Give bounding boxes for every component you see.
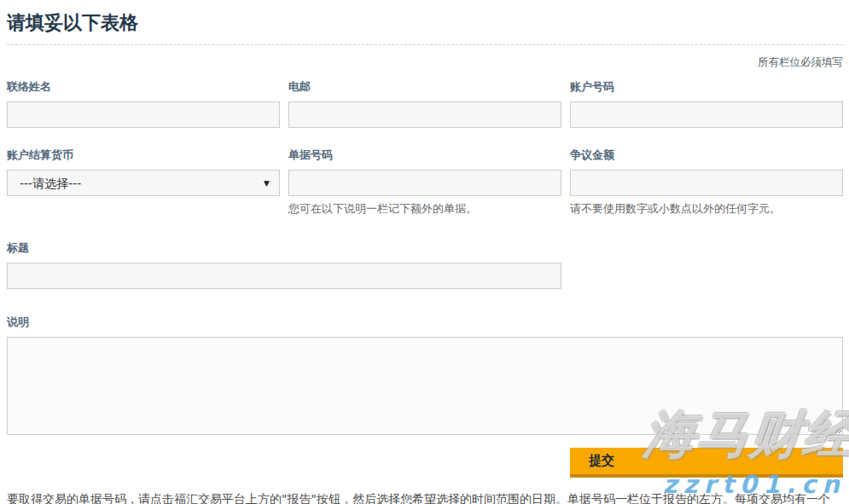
contact-name-field: 联络姓名 bbox=[7, 79, 280, 128]
dispute-amount-help: 请不要使用数字或小数点以外的任何字元。 bbox=[570, 202, 843, 217]
submit-button[interactable]: 提交 bbox=[570, 448, 843, 478]
account-currency-label: 账户结算货币 bbox=[7, 148, 280, 163]
form-row-3: 标题 bbox=[7, 240, 843, 289]
submit-row: 提交 bbox=[7, 448, 843, 478]
description-textarea[interactable] bbox=[7, 337, 843, 435]
ticket-number-help: 您可在以下说明一栏记下额外的单据。 bbox=[288, 202, 561, 217]
dispute-amount-input[interactable] bbox=[570, 170, 843, 196]
account-number-label: 账户号码 bbox=[570, 79, 843, 95]
subject-input[interactable] bbox=[7, 263, 561, 289]
contact-name-label: 联络姓名 bbox=[7, 79, 280, 95]
form-row-1: 联络姓名 电邮 账户号码 bbox=[7, 79, 843, 128]
account-number-input[interactable] bbox=[570, 101, 843, 128]
footer-instructions: 要取得交易的单据号码，请点击福汇交易平台上方的"报告"按钮，然后选择您希望选择的… bbox=[7, 490, 843, 504]
email-field: 电邮 bbox=[288, 79, 561, 128]
dispute-amount-field: 争议金额 请不要使用数字或小数点以外的任何字元。 bbox=[570, 148, 843, 217]
currency-select[interactable]: ---请选择--- bbox=[7, 170, 280, 196]
form-row-2: 账户结算货币 ---请选择--- ▼ 单据号码 您可在以下说明一栏记下额外的单据… bbox=[7, 148, 843, 217]
account-currency-field: 账户结算货币 ---请选择--- ▼ bbox=[7, 148, 280, 217]
account-number-field: 账户号码 bbox=[570, 79, 843, 128]
email-input[interactable] bbox=[288, 101, 561, 128]
dispute-amount-label: 争议金额 bbox=[570, 148, 843, 163]
ticket-number-input[interactable] bbox=[288, 170, 561, 196]
ticket-number-field: 单据号码 您可在以下说明一栏记下额外的单据。 bbox=[288, 148, 561, 217]
subject-field: 标题 bbox=[7, 240, 561, 289]
email-label: 电邮 bbox=[288, 79, 561, 95]
page-title: 请填妥以下表格 bbox=[7, 10, 843, 45]
subject-label: 标题 bbox=[7, 240, 561, 256]
form-page: 请填妥以下表格 所有栏位必须填写 联络姓名 电邮 账户号码 账户结算货币 ---… bbox=[0, 0, 849, 504]
required-fields-note: 所有栏位必须填写 bbox=[7, 55, 843, 68]
ticket-number-label: 单据号码 bbox=[288, 148, 561, 163]
description-field: 说明 bbox=[7, 315, 843, 435]
description-label: 说明 bbox=[7, 315, 843, 330]
currency-select-wrap: ---请选择--- ▼ bbox=[7, 170, 280, 196]
contact-name-input[interactable] bbox=[7, 101, 280, 128]
